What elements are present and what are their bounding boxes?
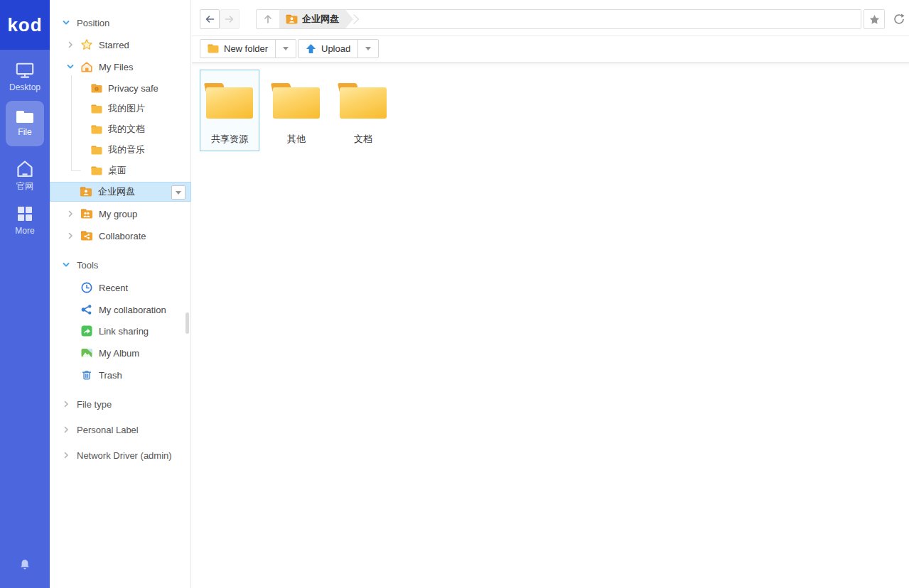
tree-item-label: My Files <box>99 62 133 72</box>
folder-name: 其他 <box>287 134 306 144</box>
sidebar-section-network-driver[interactable]: Network Driver (admin) <box>50 445 191 465</box>
sidebar-item-recent[interactable]: Recent <box>50 278 191 298</box>
sidebar-item-link-sharing[interactable]: Link sharing <box>50 321 191 341</box>
new-folder-dropdown-button[interactable] <box>275 39 296 58</box>
upload-button-group: Upload <box>298 39 379 58</box>
sidebar-item-my-files[interactable]: My Files <box>50 57 191 77</box>
folder-icon <box>340 83 387 119</box>
breadcrumb-label: 企业网盘 <box>302 13 339 26</box>
sidebar-section-tools[interactable]: Tools <box>50 255 191 275</box>
kodexplorer-window: kod Desktop File 官网 <box>0 0 909 588</box>
kod-logo-text: kod <box>7 14 42 36</box>
shared-folder-user-icon <box>80 187 92 197</box>
tree-item-dropdown-button[interactable] <box>171 185 185 200</box>
chevron-right-icon[interactable] <box>63 401 70 408</box>
new-folder-button[interactable]: New folder <box>200 39 276 58</box>
refresh-icon <box>893 13 905 26</box>
share-nodes-icon <box>80 303 93 316</box>
folder-item-documents[interactable]: 文档 <box>333 70 393 151</box>
safe-folder-icon <box>91 84 102 93</box>
app-rail: kod Desktop File 官网 <box>0 0 50 588</box>
tree-item-label: Link sharing <box>99 326 149 337</box>
sidebar-section-file-type[interactable]: File type <box>50 394 191 414</box>
rail-item-official-site[interactable]: 官网 <box>0 159 50 192</box>
folder-icon <box>206 83 253 119</box>
chevron-right-icon[interactable] <box>63 426 70 433</box>
sidebar-item-my-group[interactable]: My group <box>50 204 191 224</box>
chevron-right-icon[interactable] <box>67 232 74 239</box>
chevron-down-icon[interactable] <box>63 19 70 26</box>
rail-item-more[interactable]: More <box>0 205 50 236</box>
folder-icon <box>208 44 219 53</box>
navigation-toolbar: 企业网盘 <box>192 0 909 36</box>
tree-item-label: 我的文档 <box>108 123 145 136</box>
upload-button[interactable]: Upload <box>298 39 358 58</box>
tree-item-label: 企业网盘 <box>98 185 135 198</box>
sidebar-item-my-documents[interactable]: 我的文档 <box>50 119 191 139</box>
upload-dropdown-button[interactable] <box>357 39 379 58</box>
sidebar-item-my-collaboration[interactable]: My collaboration <box>50 300 191 320</box>
upload-arrow-icon <box>306 43 316 54</box>
folder-icon <box>91 104 102 114</box>
back-button[interactable] <box>200 9 220 29</box>
home-icon <box>15 159 35 178</box>
folder-item-shared-resources-selected[interactable]: 共享资源 <box>200 70 259 151</box>
tree-item-label: My group <box>99 209 137 219</box>
sidebar-item-my-pictures[interactable]: 我的图片 <box>50 99 191 119</box>
section-label: Network Driver (admin) <box>77 450 172 461</box>
rail-item-desktop[interactable]: Desktop <box>0 61 50 92</box>
rail-item-file-active[interactable]: File <box>6 101 44 146</box>
chevron-right-icon[interactable] <box>63 452 70 459</box>
sidebar-item-collaborate[interactable]: Collaborate <box>50 226 191 246</box>
section-label: File type <box>77 399 112 410</box>
breadcrumb-segment-enterprise-disk[interactable]: 企业网盘 <box>279 10 353 28</box>
forward-button-disabled[interactable] <box>220 9 240 29</box>
section-label: Position <box>77 18 109 28</box>
tree-item-label: Recent <box>99 283 128 293</box>
tree-item-label: Trash <box>99 370 122 381</box>
new-folder-button-group: New folder <box>200 39 296 58</box>
star-icon <box>868 13 881 26</box>
refresh-button[interactable] <box>889 9 909 29</box>
section-label: Personal Label <box>77 425 139 435</box>
folder-item-other[interactable]: 其他 <box>267 70 326 151</box>
caret-down-icon <box>365 47 371 50</box>
sidebar-item-privacy-safe[interactable]: Privacy safe <box>50 78 191 98</box>
actions-toolbar: New folder Upload <box>192 36 909 63</box>
caret-down-icon <box>176 191 181 195</box>
arrow-right-icon <box>224 13 235 25</box>
sidebar-item-starred[interactable]: Starred <box>50 35 191 55</box>
folder-tree-panel: Position Starred My Files <box>50 0 191 588</box>
sidebar-item-trash[interactable]: Trash <box>50 365 191 385</box>
album-image-icon <box>80 347 93 359</box>
tree-item-label: 我的音乐 <box>108 143 145 156</box>
chevron-right-icon[interactable] <box>67 41 74 48</box>
tree-scrollbar-thumb[interactable] <box>185 312 189 334</box>
chevron-down-icon[interactable] <box>67 63 74 70</box>
sidebar-item-my-music[interactable]: 我的音乐 <box>50 140 191 160</box>
rail-item-label: File <box>18 127 31 137</box>
favorite-star-button[interactable] <box>864 9 885 29</box>
sidebar-section-personal-label[interactable]: Personal Label <box>50 420 191 440</box>
chevron-right-icon[interactable] <box>67 210 74 217</box>
sidebar-item-my-album[interactable]: My Album <box>50 343 191 363</box>
sidebar-section-position[interactable]: Position <box>50 13 191 33</box>
home-folder-icon <box>80 61 93 73</box>
grid-more-icon <box>16 205 34 223</box>
rail-item-label: 官网 <box>16 181 33 191</box>
sidebar-item-desktop-folder[interactable]: 桌面 <box>50 160 191 180</box>
tree-item-label: Privacy safe <box>108 83 158 94</box>
folder-name: 共享资源 <box>211 134 248 144</box>
notification-bell-button[interactable] <box>0 558 50 574</box>
sidebar-item-enterprise-disk-selected[interactable]: 企业网盘 <box>50 182 191 202</box>
section-label: Tools <box>77 260 98 271</box>
folder-icon <box>273 83 320 119</box>
folder-grid: 共享资源 其他 文档 <box>200 70 393 151</box>
tree-item-label: Starred <box>99 40 129 50</box>
up-directory-button[interactable] <box>257 13 279 25</box>
shared-folder-user-icon <box>286 14 298 24</box>
address-breadcrumb-bar[interactable]: 企业网盘 <box>256 9 861 29</box>
link-share-icon <box>80 325 93 337</box>
tree-item-label: 我的图片 <box>108 102 145 115</box>
chevron-down-icon[interactable] <box>63 261 70 268</box>
